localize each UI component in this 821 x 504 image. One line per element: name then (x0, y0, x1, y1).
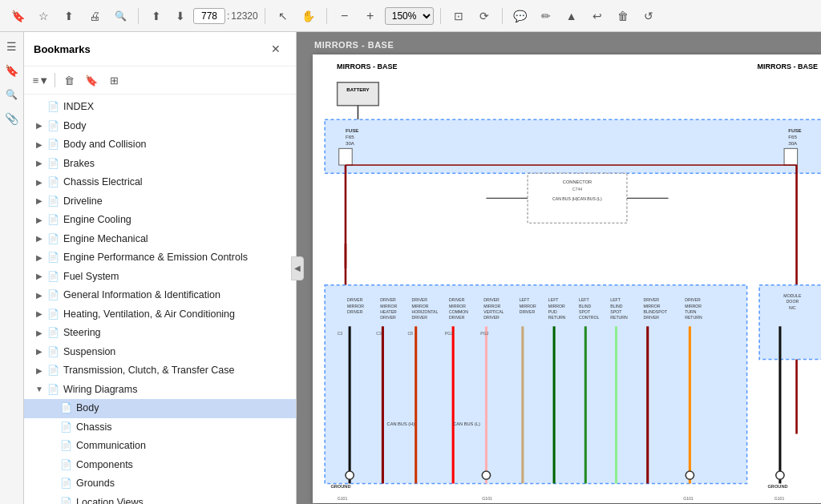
svg-text:MIRROR: MIRROR (380, 304, 397, 308)
svg-text:MIRROR: MIRROR (449, 304, 466, 308)
svg-text:BLINDSPOT: BLINDSPOT (644, 309, 668, 314)
zoom-in-btn[interactable]: + (359, 5, 382, 27)
chevron-fuel: ▶ (34, 271, 45, 282)
main-area: ☰ 🔖 🔍 📎 Bookmarks ✕ ≡▼ 🗑 🔖 ⊞ 📄 INDEX (0, 32, 821, 504)
wiring-diagram-svg: BATTERY FUSE F65 30A FUSE F65 30A CONNEC… (321, 77, 821, 504)
svg-text:MODULE: MODULE (783, 293, 802, 298)
bookmark-item-wd-grounds[interactable]: 📄 Grounds (24, 474, 296, 494)
zoom-out-btn[interactable]: − (334, 5, 356, 27)
svg-text:DRIVER: DRIVER (483, 315, 499, 320)
delete-btn[interactable]: 🗑 (612, 5, 634, 27)
comment-btn[interactable]: 💬 (509, 5, 532, 27)
svg-text:LEFT: LEFT (610, 297, 621, 302)
bookmarks-header: Bookmarks ✕ (24, 32, 296, 67)
bookmark-item-wd-components[interactable]: 📄 Components (24, 456, 296, 475)
zoom-search-btn[interactable]: 🔍 (109, 5, 131, 27)
prev-page-btn[interactable]: ⬆ (145, 5, 168, 27)
bookmark-label-index: INDEX (63, 100, 289, 115)
hand-tool-btn[interactable]: ✋ (297, 5, 320, 27)
doc-icon-chassis-elec: 📄 (47, 176, 59, 189)
svg-text:PUD: PUD (548, 309, 557, 314)
svg-text:BLIND: BLIND (610, 304, 622, 308)
bookmark-item-chassis-electrical[interactable]: ▶ 📄 Chassis Electrical (24, 173, 296, 192)
sep5 (502, 8, 503, 24)
undo-btn[interactable]: ↩ (586, 5, 609, 27)
bookmark-item-wd-location[interactable]: 📄 Location Views (24, 494, 296, 505)
print-btn[interactable]: 🖨 (83, 5, 106, 27)
bookmark-item-fuel[interactable]: ▶ 📄 Fuel System (24, 268, 296, 287)
bookmark-item-transmission[interactable]: ▶ 📄 Transmission, Clutch, & Transfer Cas… (24, 361, 296, 381)
svg-text:GROUND: GROUND (767, 484, 787, 489)
svg-text:DRIVER: DRIVER (483, 297, 499, 302)
svg-text:G101: G101 (482, 496, 492, 501)
delete-bm-btn[interactable]: 🗑 (59, 70, 79, 91)
bookmark-item-driveline[interactable]: ▶ 📄 Driveline (24, 192, 296, 212)
svg-text:CAN BUS (H): CAN BUS (H) (387, 421, 415, 426)
bookmark-item-body-collision[interactable]: ▶ 📄 Body and Collision (24, 135, 296, 155)
svg-text:RETURN: RETURN (548, 315, 566, 320)
bookmark-label-chassis-elec: Chassis Electrical (63, 175, 289, 190)
page-number-input[interactable]: 778 (193, 8, 225, 24)
bookmark-item-engine-perf[interactable]: ▶ 📄 Engine Performance & Emission Contro… (24, 248, 296, 268)
chevron-engine-perf: ▶ (34, 252, 45, 264)
svg-text:CONNECTOR: CONNECTOR (563, 179, 592, 184)
bookmark-item-wd-communication[interactable]: 📄 Communication (24, 437, 296, 456)
bookmark-item-steering[interactable]: ▶ 📄 Steering (24, 324, 296, 343)
attach-side-btn[interactable]: 📎 (2, 109, 22, 128)
refresh-btn[interactable]: ↺ (637, 5, 660, 27)
bookmark-item-engine-mechanical[interactable]: ▶ 📄 Engine Mechanical (24, 230, 296, 249)
pdf-page-title: MIRRORS - BASE (313, 40, 394, 50)
svg-text:MIRROR: MIRROR (483, 304, 500, 308)
svg-text:MIRROR: MIRROR (520, 304, 536, 308)
fit-page-btn[interactable]: ⊡ (447, 5, 470, 27)
add-bm-btn[interactable]: 🔖 (81, 70, 102, 91)
bookmark-item-hvac[interactable]: ▶ 📄 Heating, Ventilation, & Air Conditio… (24, 305, 296, 325)
layers-side-btn[interactable]: ☰ (2, 37, 22, 56)
svg-rect-0 (338, 83, 379, 106)
svg-rect-11 (784, 148, 798, 165)
bookmark-item-wd-chassis[interactable]: 📄 Chassis (24, 418, 296, 437)
bookmark-item-index[interactable]: 📄 INDEX (24, 98, 296, 117)
search-side-btn[interactable]: 🔍 (2, 85, 22, 104)
svg-text:LEFT: LEFT (548, 297, 559, 302)
bookmark-side-btn[interactable]: 🔖 (2, 61, 22, 80)
doc-icon-fuel: 📄 (47, 270, 59, 283)
rotate-btn[interactable]: ⟳ (473, 5, 495, 27)
bookmarks-list[interactable]: 📄 INDEX ▶ 📄 Body ▶ 📄 Body and Collision … (24, 95, 296, 504)
pdf-viewer[interactable]: MIRRORS - BASE MIRRORS - BASE MIRRORS - … (297, 32, 821, 504)
zoom-select[interactable]: 150% 100% 75% 200% (385, 7, 434, 25)
svg-text:LEFT: LEFT (520, 297, 530, 302)
sep4 (440, 8, 441, 24)
chevron-wd-chassis (47, 421, 58, 433)
list-view-bm-btn[interactable]: ≡▼ (30, 70, 51, 91)
options-bm-btn[interactable]: ⊞ (103, 70, 124, 91)
next-page-btn[interactable]: ⬇ (169, 5, 192, 27)
svg-text:C3: C3 (376, 331, 382, 336)
star-btn[interactable]: ☆ (32, 5, 55, 27)
svg-text:G101: G101 (774, 496, 785, 501)
chevron-wd-body (47, 403, 58, 414)
bookmark-item-general-info[interactable]: ▶ 📄 General Information & Identification (24, 286, 296, 305)
bookmark-item-engine-cooling[interactable]: ▶ 📄 Engine Cooling (24, 211, 296, 230)
bookmark-item-body[interactable]: ▶ 📄 Body (24, 117, 296, 136)
svg-text:LEFT: LEFT (579, 297, 589, 302)
page-total: 12320 (231, 10, 257, 22)
bm-sep1 (55, 73, 55, 87)
bookmark-item-wiring[interactable]: ▼ 📄 Wiring Diagrams (24, 381, 296, 400)
svg-text:DRIVER: DRIVER (449, 315, 465, 320)
svg-point-84 (346, 471, 354, 479)
cursor-tool-btn[interactable]: ↖ (272, 5, 294, 27)
collapse-panel-arrow[interactable]: ◀ (291, 256, 304, 280)
chevron-wd-comm (47, 441, 58, 452)
pen-btn[interactable]: ✏ (535, 5, 557, 27)
highlight-btn[interactable]: ▲ (560, 5, 583, 27)
svg-text:RETURN: RETURN (610, 315, 628, 320)
bookmark-toolbar-btn[interactable]: 🔖 (6, 5, 29, 27)
upload-btn[interactable]: ⬆ (58, 5, 80, 27)
bookmark-item-suspension[interactable]: ▶ 📄 Suspension (24, 343, 296, 362)
close-bookmarks-btn[interactable]: ✕ (265, 38, 286, 59)
chevron-general: ▶ (34, 290, 45, 301)
bookmark-item-wd-body[interactable]: 📄 Body (24, 399, 296, 418)
bookmark-item-brakes[interactable]: ▶ 📄 Brakes (24, 155, 296, 174)
svg-text:HEATER: HEATER (380, 309, 397, 314)
